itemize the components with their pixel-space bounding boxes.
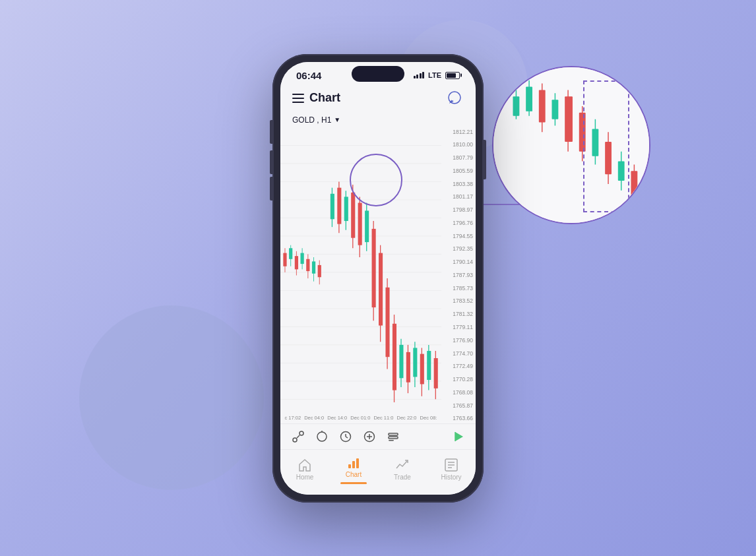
circle-tool-button[interactable]: [315, 429, 329, 444]
svg-rect-96: [389, 440, 394, 441]
price-1768: 1768.08: [444, 389, 473, 396]
battery-icon: [445, 72, 460, 79]
phone-wrapper: 06:44 LTE: [272, 54, 484, 503]
price-1807: 1807.79: [444, 154, 473, 161]
svg-rect-40: [289, 248, 292, 259]
price-1770: 1770.28: [444, 376, 473, 383]
signal-bars-icon: [414, 72, 425, 78]
history-icon: [444, 458, 458, 472]
svg-rect-10: [565, 96, 573, 142]
time-2: Dec 04:0: [304, 415, 324, 421]
svg-rect-50: [318, 264, 321, 276]
svg-rect-6: [539, 90, 546, 122]
price-1772: 1772.49: [444, 363, 473, 369]
svg-rect-100: [352, 461, 355, 468]
price-1776: 1776.90: [444, 337, 473, 344]
time-4: Dec 01:0: [350, 415, 370, 421]
price-1765: 1765.87: [444, 402, 473, 409]
home-icon: [298, 458, 312, 472]
price-1803: 1803.38: [444, 181, 473, 187]
candlestick-chart: [280, 127, 441, 423]
svg-rect-78: [420, 354, 424, 384]
svg-rect-58: [351, 192, 355, 237]
zoom-circle-container: [492, 66, 650, 224]
svg-rect-4: [526, 87, 532, 111]
time-1: c 17:02: [285, 415, 301, 421]
zoom-circle: [492, 66, 650, 224]
svg-rect-74: [406, 352, 410, 382]
time-5: Dec 11:0: [373, 415, 393, 421]
svg-rect-44: [301, 253, 304, 263]
chat-icon[interactable]: [445, 89, 464, 108]
svg-rect-68: [385, 287, 389, 356]
toolbar-left: [291, 429, 400, 444]
svg-rect-2: [513, 96, 520, 116]
play-button[interactable]: [451, 429, 465, 444]
svg-rect-8: [552, 100, 559, 119]
toolbar: [280, 423, 476, 449]
price-1810: 1810.00: [444, 141, 473, 148]
header-left: Chart: [292, 91, 340, 105]
price-1779: 1779.11: [444, 324, 473, 330]
svg-rect-99: [348, 464, 351, 468]
chart-area[interactable]: 1812.21 1810.00 1807.79 1805.59 1803.38 …: [280, 127, 476, 423]
time-axis: c 17:02 Dec 04:0 Dec 14:0 Dec 01:0 Dec 1…: [280, 413, 441, 423]
symbol-dropdown-arrow: ▼: [334, 116, 340, 123]
symbol-bar[interactable]: GOLD , H1 ▼: [280, 113, 476, 127]
svg-rect-38: [283, 253, 286, 266]
nav-label-chart: Chart: [346, 471, 362, 478]
svg-rect-66: [379, 253, 383, 325]
svg-point-83: [293, 438, 297, 442]
symbol-text: GOLD , H1: [292, 115, 331, 125]
price-1812: 1812.21: [444, 129, 473, 135]
svg-marker-97: [455, 432, 463, 441]
svg-rect-80: [427, 351, 431, 380]
nav-item-history[interactable]: History: [427, 458, 476, 481]
line-tool-button[interactable]: [291, 429, 305, 444]
svg-rect-54: [337, 187, 341, 224]
price-1796: 1796.76: [444, 220, 473, 226]
price-1792: 1792.35: [444, 245, 473, 252]
price-1801: 1801.17: [444, 193, 473, 200]
svg-point-84: [299, 431, 303, 435]
chart-icon: [346, 455, 361, 470]
battery-fill: [447, 73, 456, 78]
status-icons: LTE: [414, 71, 460, 79]
hamburger-icon[interactable]: [292, 94, 304, 103]
price-1774: 1774.70: [444, 350, 473, 357]
time-6: Dec 22:0: [396, 415, 416, 421]
bottom-nav: Home Chart Trade: [280, 449, 476, 495]
svg-rect-64: [372, 228, 376, 307]
nav-item-home[interactable]: Home: [280, 458, 329, 481]
svg-rect-62: [365, 210, 369, 242]
header-title: Chart: [309, 91, 340, 105]
nav-label-trade: Trade: [394, 474, 411, 481]
price-1785: 1785.73: [444, 285, 473, 292]
svg-rect-70: [393, 323, 396, 390]
dashed-selection-box: [583, 80, 629, 212]
nav-item-chart[interactable]: Chart: [329, 455, 378, 484]
plus-tool-button[interactable]: [362, 429, 377, 444]
status-time: 06:44: [296, 70, 321, 81]
price-1787: 1787.93: [444, 272, 473, 278]
price-axis: 1812.21 1810.00 1807.79 1805.59 1803.38 …: [441, 127, 476, 423]
svg-rect-60: [358, 202, 362, 245]
phone-screen: 06:44 LTE: [280, 62, 476, 495]
nav-label-history: History: [441, 474, 461, 481]
price-1783: 1783.52: [444, 297, 473, 304]
svg-rect-42: [295, 256, 298, 269]
svg-line-85: [297, 435, 299, 438]
time-3: Dec 14:0: [327, 415, 347, 421]
layers-tool-button[interactable]: [386, 429, 400, 444]
svg-rect-95: [389, 437, 398, 439]
price-1763: 1763.66: [444, 415, 473, 421]
nav-item-trade[interactable]: Trade: [378, 458, 427, 481]
price-1790: 1790.14: [444, 259, 473, 265]
nav-active-indicator: [340, 482, 367, 484]
svg-rect-56: [344, 197, 348, 221]
phone-frame: 06:44 LTE: [272, 54, 484, 503]
bg-circle-left: [79, 305, 264, 490]
price-1798: 1798.97: [444, 206, 473, 213]
price-1794: 1794.55: [444, 233, 473, 239]
clock-tool-button[interactable]: [338, 429, 353, 444]
